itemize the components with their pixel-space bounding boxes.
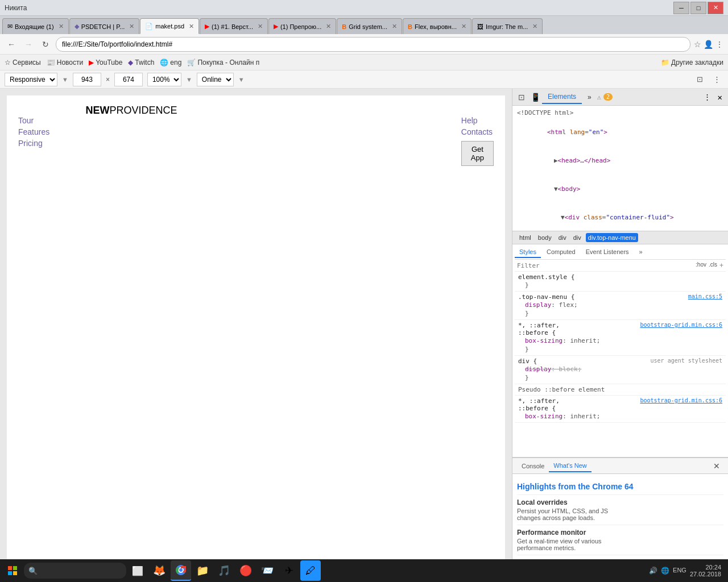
taskbar-app-firefox[interactable]: 🦊 <box>149 560 169 581</box>
nav-help[interactable]: Help <box>461 116 478 125</box>
bookmark-novosti[interactable]: 📰 Новости <box>47 59 83 66</box>
html-line[interactable]: <html lang="en"> <box>512 118 728 147</box>
start-button[interactable] <box>2 560 23 581</box>
tab-whatsnew[interactable]: What's New <box>549 460 591 472</box>
taskbar-app-edit[interactable]: 🖊 <box>300 560 321 581</box>
responsive-select[interactable]: Responsive <box>5 73 57 86</box>
back-button[interactable]: ← <box>5 38 18 51</box>
nav-contacts[interactable]: Contacts <box>461 127 493 136</box>
tab-close-icon[interactable]: ✕ <box>189 23 194 30</box>
site-brand: NEWPROVIDENCE <box>85 105 177 116</box>
tab-styles-more[interactable]: » <box>635 247 647 258</box>
bookmark-shop[interactable]: 🛒 Покупка - Онлайн п <box>187 59 259 66</box>
tab-more[interactable]: » <box>582 91 597 103</box>
tab-elements[interactable]: Elements <box>542 90 582 104</box>
taskbar-app-red[interactable]: 🔴 <box>235 560 256 581</box>
volume-icon[interactable]: 🔊 <box>649 567 657 575</box>
tab-close-icon[interactable]: ✕ <box>532 23 537 30</box>
taskbar-app-plane[interactable]: ✈ <box>279 560 299 581</box>
bottom-tabs: Console What's New ✕ <box>512 458 728 474</box>
capture-icon[interactable]: ⊡ <box>693 73 706 86</box>
nav-pricing[interactable]: Pricing <box>18 139 49 148</box>
html-line[interactable]: ▼<div class="container-fluid"> <box>512 203 728 231</box>
taskbar-app-task-view[interactable]: ⬜ <box>127 560 148 581</box>
tab-close-icon[interactable]: ✕ <box>461 23 466 30</box>
bookmark-eng[interactable]: 🌐 eng <box>160 59 181 66</box>
html-line[interactable]: ▼<body> <box>512 175 728 203</box>
width-input[interactable] <box>73 73 101 86</box>
network-icon[interactable]: 🌐 <box>661 567 669 575</box>
css-prop: box-sizing: inherit; <box>518 336 722 345</box>
tab-imgur[interactable]: 🖼 Imgur: The m... ✕ <box>472 18 543 34</box>
tab-close-icon[interactable]: ✕ <box>258 23 263 30</box>
bookmark-youtube[interactable]: ▶ YouTube <box>89 59 122 66</box>
add-style-icon[interactable]: + <box>719 261 723 269</box>
bottom-close-button[interactable]: ✕ <box>710 459 723 473</box>
settings-icon[interactable]: ⋮ <box>715 40 723 49</box>
html-line[interactable]: ▶<head>…</head> <box>512 147 728 175</box>
reload-button[interactable]: ↻ <box>39 38 52 51</box>
bookmark-label: Покупка - Онлайн п <box>197 59 259 66</box>
bookmark-star-icon[interactable]: ☆ <box>694 40 701 49</box>
taskbar-app-music[interactable]: 🎵 <box>214 560 234 581</box>
language-icon[interactable]: ENG <box>673 567 686 575</box>
taskbar-app-chrome[interactable] <box>171 560 191 581</box>
expand-arrow[interactable]: ▼ <box>561 214 565 221</box>
height-input[interactable] <box>114 73 143 86</box>
nav-features[interactable]: Features <box>18 127 49 136</box>
zoom-select[interactable]: 100% <box>147 73 181 86</box>
tab-event-listeners[interactable]: Event Listeners <box>581 247 634 258</box>
get-app-button[interactable]: GetApp <box>461 141 494 166</box>
title-bar-controls[interactable]: ─ □ ✕ <box>673 2 723 14</box>
tab-close-icon[interactable]: ✕ <box>392 23 397 30</box>
tab-console[interactable]: Console <box>517 460 549 472</box>
tab-gmail[interactable]: ✉ Входящие (1) ✕ <box>2 18 69 34</box>
bc-div2[interactable]: div <box>571 233 584 242</box>
css-selector: div { user agent stylesheet <box>518 357 722 365</box>
online-select[interactable]: Online <box>197 73 234 86</box>
forward-button[interactable]: → <box>22 38 35 51</box>
user-icon[interactable]: 👤 <box>704 40 713 49</box>
css-source[interactable]: bootstrap-grid.min.css:6 <box>640 397 723 404</box>
shop-icon: 🛒 <box>187 59 196 66</box>
bookmark-twitch[interactable]: ◆ Twitch <box>128 59 154 66</box>
tab-grid[interactable]: B Grid system... ✕ <box>337 18 402 34</box>
tab-close-icon[interactable]: ✕ <box>129 23 134 30</box>
styles-filter-input[interactable] <box>517 262 696 269</box>
close-button[interactable]: ✕ <box>708 2 723 14</box>
taskbar-app-files[interactable]: 📁 <box>192 560 213 581</box>
tab-close-icon[interactable]: ✕ <box>326 23 331 30</box>
tab-verst[interactable]: ▶ (1) #1. Верст... ✕ <box>200 18 268 34</box>
bc-div1[interactable]: div <box>556 233 569 242</box>
cls-label[interactable]: .cls <box>709 261 717 269</box>
devtools-close-icon[interactable]: ✕ <box>714 93 726 102</box>
tab-computed[interactable]: Computed <box>542 247 580 258</box>
tab-styles[interactable]: Styles <box>515 247 541 258</box>
devtools-device-icon[interactable]: 📱 <box>528 90 542 104</box>
expand-arrow[interactable]: ▼ <box>554 185 558 193</box>
hov-label[interactable]: :hov <box>696 261 706 269</box>
devtools-inspect-icon[interactable]: ⊡ <box>515 90 528 104</box>
maximize-button[interactable]: □ <box>690 2 706 14</box>
tab-maket[interactable]: 📄 maket.psd ✕ <box>140 18 199 34</box>
more-icon[interactable]: ⋮ <box>710 73 723 86</box>
tab-preproj[interactable]: ▶ (1) Препрою... ✕ <box>268 18 336 34</box>
bc-body[interactable]: body <box>536 233 554 242</box>
devtools-more-icon[interactable]: ⋮ <box>700 93 714 101</box>
bookmark-servisy[interactable]: ☆ Сервисы <box>5 59 41 66</box>
bookmark-other[interactable]: 📁 Другие закладки <box>661 59 723 66</box>
minimize-button[interactable]: ─ <box>673 2 689 14</box>
bc-div-nav-menu[interactable]: div.top-nav-menu <box>586 233 638 242</box>
tab-flex[interactable]: B Flex, выровн... ✕ <box>403 18 471 34</box>
tab-psdetch[interactable]: ◆ PSDETCH | P... ✕ <box>69 18 140 34</box>
css-source[interactable]: bootstrap-grid.min.css:6 <box>640 322 723 328</box>
expand-arrow[interactable]: ▶ <box>554 157 558 164</box>
tab-close-icon[interactable]: ✕ <box>59 23 64 30</box>
address-input[interactable] <box>56 37 690 52</box>
nav-tour[interactable]: Tour <box>18 116 49 125</box>
bc-html[interactable]: html <box>517 233 533 242</box>
taskbar-search[interactable]: 🔍 <box>24 563 126 579</box>
html-line[interactable]: <!DOCTYPE html> <box>512 108 728 118</box>
taskbar-app-mail[interactable]: 📨 <box>257 560 278 581</box>
css-source[interactable]: main.css:5 <box>688 293 722 300</box>
